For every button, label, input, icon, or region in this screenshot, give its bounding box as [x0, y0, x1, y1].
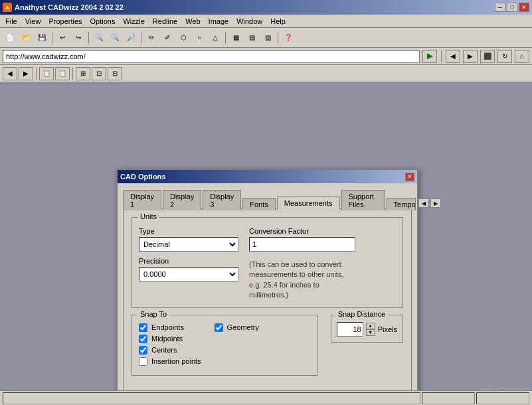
toolbar-sep-2 — [88, 32, 89, 44]
midpoints-checkbox[interactable] — [139, 335, 147, 343]
tab-display2[interactable]: Display 2 — [163, 190, 201, 210]
snap-checkboxes-container: Endpoints Midpoints Centers — [139, 323, 310, 368]
menu-image[interactable]: Image — [205, 16, 233, 27]
menu-view[interactable]: View — [21, 16, 45, 27]
close-button[interactable]: ✕ — [519, 3, 529, 12]
tool3-button[interactable]: ⬡ — [176, 31, 191, 45]
search-button[interactable]: 🔎 — [124, 31, 138, 45]
tool1-button[interactable]: ✏ — [144, 31, 159, 45]
dialog-title: CAD Options — [120, 173, 165, 181]
snap-col-right: Geometry — [215, 323, 259, 368]
nav-back-button[interactable]: ◀ — [3, 67, 17, 80]
endpoints-checkbox[interactable] — [139, 323, 147, 332]
toolbar-sep-4 — [225, 32, 226, 44]
nav-icon1[interactable]: 📋 — [39, 67, 54, 80]
help-icon-button[interactable]: ❓ — [281, 31, 296, 45]
menu-help[interactable]: Help — [266, 16, 290, 27]
home-button[interactable]: ⌂ — [515, 50, 529, 63]
precision-hint-row: Precision 0.0000 0 0.0 0.00 0.000 0.0000… — [139, 257, 396, 301]
address-bar: ▶ ◀ ▶ ⬛ ↻ ⌂ — [0, 48, 532, 65]
tool2-button[interactable]: ✐ — [160, 31, 175, 45]
precision-label: Precision — [139, 257, 238, 265]
nav-sep-2 — [72, 68, 73, 80]
stop-button[interactable]: ⬛ — [480, 50, 495, 63]
tab-scroll-left[interactable]: ◀ — [418, 199, 429, 208]
tool7-button[interactable]: ▤ — [244, 31, 259, 45]
minimize-button[interactable]: ─ — [495, 3, 505, 12]
back-button[interactable]: ◀ — [446, 50, 460, 63]
forward-button[interactable]: ▶ — [463, 50, 478, 63]
snap-distance-input[interactable] — [337, 322, 363, 337]
tool4-button[interactable]: ○ — [192, 31, 207, 45]
menu-wizzle[interactable]: Wizzle — [119, 16, 148, 27]
type-select[interactable]: Decimal Engineering Architectural Fracti… — [139, 237, 238, 252]
dialog-close-button[interactable]: ✕ — [405, 173, 414, 181]
geometry-checkbox[interactable] — [215, 323, 223, 332]
dialog-body: Display 1 Display 2 Display 3 Fonts Meas… — [118, 183, 417, 405]
conversion-factor-label: Conversion Factor — [249, 227, 355, 235]
tool6-button[interactable]: ▦ — [228, 31, 243, 45]
nav-icon2[interactable]: 📋 — [55, 67, 70, 80]
tab-tempo[interactable]: Tempo — [387, 198, 416, 210]
midpoints-label: Midpoints — [151, 335, 183, 343]
redo-button[interactable]: ↪ — [71, 31, 86, 45]
cad-options-dialog: CAD Options ✕ Display 1 Display 2 Displa… — [116, 169, 418, 405]
conversion-factor-group: Conversion Factor — [249, 227, 355, 252]
geometry-row: Geometry — [215, 323, 259, 332]
nav-icon3[interactable]: ⊞ — [76, 67, 90, 80]
toolbar-sep-3 — [141, 32, 141, 44]
title-bar: A Anathyst CADwizz 2004 2 02 22 ─ □ ✕ — [0, 0, 532, 15]
refresh-button[interactable]: ↻ — [497, 50, 512, 63]
menu-web[interactable]: Web — [181, 16, 204, 27]
tab-display3[interactable]: Display 3 — [203, 190, 241, 210]
toolbar-sep-1 — [52, 32, 52, 44]
address-go-button[interactable]: ▶ — [422, 50, 437, 63]
new-button[interactable]: 📄 — [3, 31, 17, 45]
snap-distance-up[interactable]: ▲ — [366, 323, 375, 329]
conversion-factor-input[interactable] — [249, 237, 355, 252]
tab-measurements[interactable]: Measurements — [277, 197, 340, 210]
tab-scroll-right[interactable]: ▶ — [430, 199, 441, 208]
save-button[interactable]: 💾 — [35, 31, 49, 45]
status-bar — [0, 390, 532, 405]
nav-bar-2: ◀ ▶ 📋 📋 ⊞ ⊡ ⊟ — [0, 65, 532, 82]
open-button[interactable]: 📂 — [19, 31, 33, 45]
maximize-button[interactable]: □ — [507, 3, 517, 12]
tabs-row: Display 1 Display 2 Display 3 Fonts Meas… — [123, 189, 441, 209]
nav-sep-1 — [36, 68, 37, 80]
snap-distance-legend: Snap Distance — [335, 310, 389, 318]
insertion-points-row: Insertion points — [139, 357, 201, 366]
zoom-in-button[interactable]: 🔍 — [92, 31, 106, 45]
menu-file[interactable]: File — [1, 16, 21, 27]
nav-icon5[interactable]: ⊟ — [108, 67, 122, 80]
tool8-button[interactable]: ▧ — [260, 31, 275, 45]
main-area: CAD Options ✕ Display 1 Display 2 Displa… — [0, 82, 532, 405]
centers-checkbox[interactable] — [139, 346, 147, 355]
tab-display1[interactable]: Display 1 — [123, 190, 161, 210]
tab-panel-measurements: Units Type Decimal Engineering Architect… — [123, 208, 412, 391]
tool5-button[interactable]: △ — [208, 31, 222, 45]
precision-group: Precision 0.0000 0 0.0 0.00 0.000 0.0000… — [139, 257, 238, 301]
tab-fonts[interactable]: Fonts — [242, 198, 276, 210]
status-text — [3, 392, 420, 404]
tab-support-files[interactable]: Support Files — [341, 190, 385, 210]
nav-forward-button[interactable]: ▶ — [19, 67, 33, 80]
menu-bar: File View Properties Options Wizzle Redl… — [0, 15, 532, 28]
nav-icon4[interactable]: ⊡ — [92, 67, 106, 80]
undo-button[interactable]: ↩ — [55, 31, 70, 45]
app-title: Anathyst CADwizz 2004 2 02 22 — [15, 3, 124, 11]
toolbar-sep-5 — [278, 32, 278, 44]
zoom-out-button[interactable]: 🔍 — [108, 31, 122, 45]
insertion-points-checkbox[interactable] — [139, 357, 147, 366]
menu-options[interactable]: Options — [86, 16, 120, 27]
endpoints-row: Endpoints — [139, 323, 201, 332]
precision-select[interactable]: 0.0000 0 0.0 0.00 0.000 0.00000 — [139, 267, 238, 282]
address-input[interactable] — [3, 50, 420, 63]
menu-properties[interactable]: Properties — [44, 16, 86, 27]
menu-redline[interactable]: Redline — [149, 16, 181, 27]
centers-row: Centers — [139, 346, 201, 355]
insertion-points-label: Insertion points — [151, 357, 201, 365]
snap-col-left: Endpoints Midpoints Centers — [139, 323, 201, 368]
menu-window[interactable]: Window — [232, 16, 266, 27]
snap-distance-down[interactable]: ▼ — [366, 329, 375, 336]
